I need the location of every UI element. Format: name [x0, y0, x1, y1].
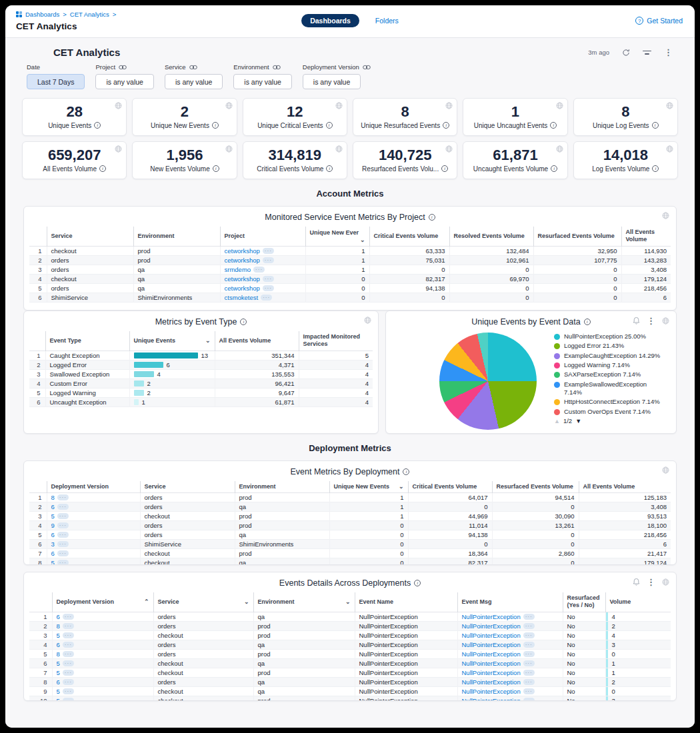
column-header[interactable]: Unique New Events⌄ — [329, 481, 408, 493]
globe-icon[interactable] — [225, 145, 233, 153]
cell-link[interactable]: 6 — [57, 678, 60, 686]
globe-icon[interactable] — [445, 102, 453, 109]
ellipsis-badge[interactable]: ··· — [523, 651, 535, 657]
globe-icon[interactable] — [556, 145, 563, 153]
ellipsis-badge[interactable]: ··· — [523, 660, 535, 666]
ellipsis-badge[interactable]: ··· — [63, 623, 74, 629]
column-header[interactable]: Event Type — [45, 331, 129, 351]
ellipsis-badge[interactable]: ··· — [57, 532, 69, 538]
globe-icon[interactable] — [115, 145, 122, 153]
globe-icon[interactable] — [662, 578, 669, 586]
kebab-menu-icon[interactable]: ⋮ — [664, 49, 673, 56]
legend-page-up-icon[interactable]: ▲ — [554, 418, 560, 424]
ellipsis-badge[interactable]: ··· — [523, 623, 535, 629]
cell-link[interactable]: 8 — [57, 622, 60, 630]
filter-value-chip[interactable]: Last 7 Days — [27, 74, 85, 89]
info-icon[interactable]: i — [99, 165, 106, 172]
column-header[interactable]: Service — [140, 481, 235, 493]
bell-icon[interactable] — [633, 578, 640, 586]
ellipsis-badge[interactable]: ··· — [263, 257, 274, 263]
column-header[interactable]: Impacted Monitored Services — [299, 331, 373, 351]
sort-desc-icon[interactable]: ⌄ — [360, 237, 365, 243]
ellipsis-badge[interactable]: ··· — [63, 688, 74, 694]
filter-value-chip[interactable]: is any value — [165, 74, 223, 89]
column-header[interactable]: Volume — [605, 592, 671, 612]
kebab-menu-icon[interactable]: ⋮ — [647, 579, 655, 586]
ellipsis-badge[interactable]: ··· — [63, 642, 74, 648]
ellipsis-badge[interactable]: ··· — [263, 285, 274, 291]
filter-icon[interactable] — [643, 51, 651, 55]
cell-link[interactable]: 5 — [51, 512, 55, 520]
column-header[interactable]: Environment — [133, 227, 220, 246]
legend-item[interactable]: Logged Warning 7.14% — [554, 361, 661, 369]
ellipsis-badge[interactable]: ··· — [63, 698, 74, 702]
cell-link[interactable]: NullPointerException — [462, 641, 521, 648]
cell-link[interactable]: NullPointerException — [462, 697, 521, 702]
cell-link[interactable]: NullPointerException — [462, 660, 521, 667]
ellipsis-badge[interactable]: ··· — [63, 614, 74, 620]
info-icon[interactable]: i — [326, 165, 333, 172]
ellipsis-badge[interactable]: ··· — [63, 632, 74, 638]
ellipsis-badge[interactable]: ··· — [523, 614, 535, 620]
info-icon[interactable]: i — [441, 165, 448, 172]
cell-link[interactable]: 6 — [57, 641, 60, 648]
ellipsis-badge[interactable]: ··· — [57, 513, 69, 519]
ellipsis-badge[interactable]: ··· — [63, 651, 74, 657]
ellipsis-badge[interactable]: ··· — [57, 550, 69, 556]
column-header[interactable]: Resurfaced Events Volume — [492, 481, 579, 493]
info-icon[interactable]: i — [414, 580, 421, 586]
info-icon[interactable]: i — [403, 468, 409, 475]
info-icon[interactable]: i — [550, 122, 557, 129]
ellipsis-badge[interactable]: ··· — [253, 267, 265, 273]
column-header[interactable]: All Events Volume — [215, 331, 299, 351]
cell-link[interactable]: NullPointerException — [462, 669, 521, 676]
bell-icon[interactable] — [633, 317, 640, 325]
column-header[interactable]: Deployment Version — [47, 481, 140, 493]
sort-desc-icon[interactable]: ⌄ — [399, 483, 404, 490]
filter-value-chip[interactable]: is any value — [233, 74, 291, 89]
ellipsis-badge[interactable]: ··· — [63, 670, 74, 676]
ellipsis-badge[interactable]: ··· — [263, 248, 274, 254]
info-icon[interactable]: i — [212, 122, 219, 129]
globe-icon[interactable] — [335, 102, 343, 109]
filter-value-chip[interactable]: is any value — [303, 74, 361, 89]
cell-link[interactable]: cetworkshop — [225, 247, 260, 255]
cell-link[interactable]: 8 — [57, 650, 60, 658]
cell-link[interactable]: 6 — [51, 503, 55, 510]
sort-desc-icon[interactable]: ⌄ — [244, 598, 249, 605]
legend-item[interactable]: Custom OverOps Event 7.14% — [554, 408, 661, 416]
column-header[interactable]: Event Msg — [457, 592, 563, 612]
info-icon[interactable]: i — [652, 122, 659, 129]
ellipsis-badge[interactable]: ··· — [523, 679, 535, 685]
cell-link[interactable]: cetworkshop — [225, 285, 260, 292]
sort-desc-icon[interactable]: ⌄ — [205, 337, 211, 344]
info-icon[interactable]: i — [443, 122, 449, 129]
info-icon[interactable]: i — [652, 165, 659, 172]
sort-desc-icon[interactable]: ⌄ — [345, 598, 351, 605]
info-icon[interactable]: i — [584, 319, 591, 325]
ellipsis-badge[interactable]: ··· — [57, 541, 69, 547]
ellipsis-badge[interactable]: ··· — [523, 688, 535, 694]
globe-icon[interactable] — [225, 102, 233, 109]
column-header[interactable]: Critical Events Volume — [369, 227, 449, 246]
column-header[interactable]: Critical Events Volume — [408, 481, 492, 493]
cell-link[interactable]: NullPointerException — [462, 622, 521, 630]
globe-icon[interactable] — [662, 317, 669, 325]
cell-link[interactable]: 5 — [57, 697, 60, 702]
cell-link[interactable]: NullPointerException — [462, 688, 521, 695]
cell-link[interactable]: NullPointerException — [462, 650, 521, 658]
column-header[interactable]: Resurfaced (Yes / No) — [563, 592, 605, 612]
cell-link[interactable]: 5 — [51, 559, 55, 565]
filter-value-chip[interactable]: is any value — [95, 74, 153, 89]
legend-item[interactable]: ExampleCaughtException 14.29% — [554, 352, 661, 360]
globe-icon[interactable] — [666, 102, 673, 109]
cell-link[interactable]: 6 — [57, 613, 60, 620]
info-icon[interactable]: i — [240, 319, 247, 325]
column-header[interactable]: Unique Events⌄ — [129, 331, 215, 351]
ellipsis-badge[interactable]: ··· — [523, 642, 535, 648]
ellipsis-badge[interactable]: ··· — [263, 276, 274, 282]
globe-icon[interactable] — [335, 145, 343, 153]
globe-icon[interactable] — [662, 212, 669, 219]
ellipsis-badge[interactable]: ··· — [63, 679, 74, 685]
column-header[interactable]: Environment⌄ — [253, 592, 355, 612]
